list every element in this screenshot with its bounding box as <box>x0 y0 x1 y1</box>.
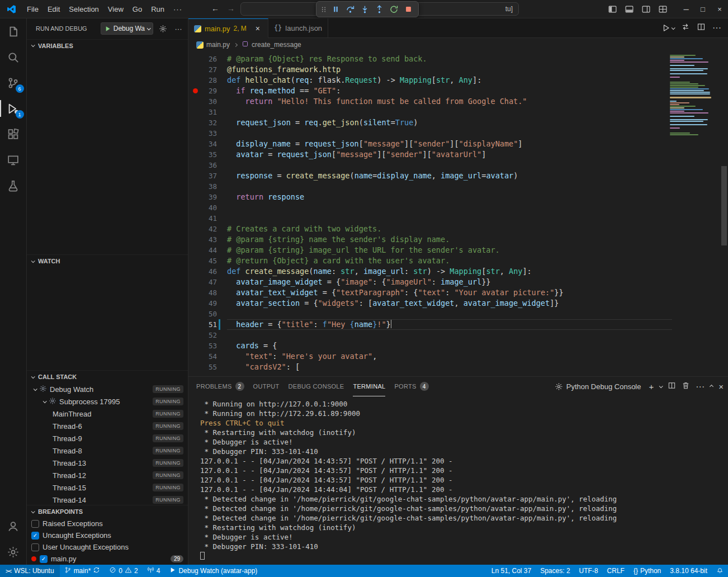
debug-settings-gear-icon[interactable] <box>157 22 169 35</box>
step-into-icon[interactable] <box>358 2 372 16</box>
pause-icon[interactable] <box>329 2 343 16</box>
callstack-item-Thread-8[interactable]: Thread-8RUNNING <box>27 444 188 457</box>
split-editor-icon[interactable] <box>697 22 706 34</box>
callstack-item-Debug-Watch[interactable]: Debug WatchRUNNING <box>27 383 188 395</box>
toggle-sidebar-left-icon[interactable] <box>605 2 620 17</box>
checkbox[interactable]: ✓ <box>31 532 39 540</box>
views-more-actions-icon[interactable]: ··· <box>172 22 185 35</box>
panel-tab-debug-console[interactable]: DEBUG CONSOLE <box>289 377 344 396</box>
code-line-31[interactable]: 31 <box>188 107 672 117</box>
restart-icon[interactable] <box>387 2 401 16</box>
code-line-35[interactable]: 35 avatar = request_json["message"]["sen… <box>188 149 672 160</box>
breakpoint-slot[interactable] <box>193 152 198 157</box>
code-line-50[interactable]: 50 <box>188 309 672 319</box>
breakpoint-slot[interactable] <box>193 237 198 242</box>
code-line-33[interactable]: 33 <box>188 128 672 139</box>
breakpoint-slot[interactable] <box>193 195 198 200</box>
panel-tab-ports[interactable]: PORTS4 <box>394 377 428 396</box>
breadcrumb-item-main.py[interactable]: main.py <box>196 41 230 49</box>
tab-close-icon[interactable]: × <box>253 24 262 33</box>
breakpoint-item-main-py[interactable]: ✓main.py29 <box>27 553 188 565</box>
extensions-icon[interactable] <box>0 121 27 147</box>
code-line-28[interactable]: 28def hello_chat(req: flask.Request) -> … <box>188 75 672 86</box>
kill-terminal-icon[interactable] <box>682 381 690 392</box>
breakpoint-slot[interactable] <box>193 365 198 370</box>
code-line-45[interactable]: 45# @return {Object} a card with the use… <box>188 256 672 266</box>
status-ports[interactable]: 4 <box>143 565 165 577</box>
code-line-44[interactable]: 44# @param {string} image_url the URL fo… <box>188 245 672 256</box>
editor-tab-launch-json[interactable]: {}launch.json <box>268 18 328 37</box>
breakpoint-slot[interactable] <box>193 56 198 62</box>
code-line-54[interactable]: 54 "text": "Here's your avatar", <box>188 351 672 362</box>
status-remote[interactable]: ><WSL: Ubuntu <box>0 565 60 577</box>
status-problems[interactable]: 02 <box>105 565 142 577</box>
code-line-42[interactable]: 42# Creates a card with two widgets. <box>188 224 672 234</box>
code-line-32[interactable]: 32 request_json = req.get_json(silent=Tr… <box>188 117 672 128</box>
testing-icon[interactable] <box>0 173 27 198</box>
breakpoint-slot[interactable] <box>193 343 198 348</box>
code-line-41[interactable]: 41 <box>188 213 672 224</box>
status-notifications[interactable] <box>712 565 728 577</box>
breakpoint-slot[interactable] <box>193 333 198 338</box>
status-eol[interactable]: CRLF <box>603 565 629 577</box>
callstack-item-Thread-9[interactable]: Thread-9RUNNING <box>27 432 188 444</box>
minimize-button[interactable]: ─ <box>678 0 694 18</box>
search-icon[interactable] <box>0 44 27 70</box>
compare-changes-icon[interactable] <box>681 22 690 34</box>
editor-scrollbar[interactable] <box>720 51 728 376</box>
maximize-button[interactable]: □ <box>694 0 711 18</box>
run-python-file-button[interactable] <box>661 23 674 32</box>
variables-header[interactable]: VARIABLES <box>27 40 188 52</box>
explorer-icon[interactable] <box>0 18 27 44</box>
breakpoint-slot[interactable] <box>193 301 198 306</box>
breakpoint-slot[interactable] <box>193 78 198 83</box>
code-line-26[interactable]: 26# @param {Object} res Response to send… <box>188 54 672 64</box>
breakpoint-dot[interactable] <box>193 88 198 93</box>
breakpoint-item-Uncaught-Exceptions[interactable]: ✓Uncaught Exceptions <box>27 529 188 541</box>
customize-layout-icon[interactable] <box>655 2 670 17</box>
terminal-output[interactable]: * Running on http://127.0.0.1:9000 * Run… <box>188 396 728 565</box>
breakpoint-slot[interactable] <box>193 216 198 221</box>
close-button[interactable]: × <box>711 0 728 18</box>
breakpoint-slot[interactable] <box>193 226 198 231</box>
menu-edit[interactable]: Edit <box>43 3 64 16</box>
callstack-item-Thread-13[interactable]: Thread-13RUNNING <box>27 457 188 469</box>
panel-tab-terminal[interactable]: TERMINAL <box>353 377 385 396</box>
code-line-29[interactable]: 29 if req.method == "GET": <box>188 86 672 96</box>
new-terminal-icon[interactable]: + <box>649 382 654 391</box>
run-and-debug-icon[interactable]: 1 <box>0 96 27 121</box>
toggle-sidebar-right-icon[interactable] <box>639 2 653 17</box>
breakpoint-item-User-Uncaught-Exceptions[interactable]: User Uncaught Exceptions <box>27 541 188 553</box>
go-forward-icon[interactable]: → <box>225 4 237 13</box>
breakpoint-slot[interactable] <box>193 120 198 125</box>
status-language[interactable]: {}Python <box>629 565 665 577</box>
code-line-55[interactable]: 55 "cardsV2": [ <box>188 362 672 372</box>
code-line-37[interactable]: 37 response = create_message(name=displa… <box>188 171 672 181</box>
stop-icon[interactable] <box>401 2 415 16</box>
code-line-48[interactable]: 48 avatar_text_widget = {"textParagraph"… <box>188 287 672 298</box>
close-panel-icon[interactable]: × <box>718 382 724 391</box>
breakpoint-slot[interactable] <box>193 131 198 136</box>
breakpoint-slot[interactable] <box>193 99 198 104</box>
menu-run[interactable]: Run <box>146 3 169 16</box>
breakpoint-slot[interactable] <box>193 248 198 253</box>
code-line-30[interactable]: 30 return "Hello! This function must be … <box>188 96 672 107</box>
code-line-39[interactable]: 39 return response <box>188 192 672 202</box>
status-indentation[interactable]: Spaces: 2 <box>536 565 574 577</box>
account-icon[interactable] <box>0 513 27 539</box>
settings-gear-icon[interactable] <box>0 539 27 565</box>
status-encoding[interactable]: UTF-8 <box>575 565 603 577</box>
editor-more-actions-icon[interactable]: ··· <box>712 23 721 33</box>
menubar-more-button[interactable]: ··· <box>169 3 187 16</box>
code-line-36[interactable]: 36 <box>188 160 672 171</box>
minimap[interactable] <box>670 55 713 136</box>
terminal-session[interactable]: Python Debug Console <box>555 382 641 391</box>
toggle-panel-icon[interactable] <box>622 2 636 17</box>
code-line-46[interactable]: 46def create_message(name: str, image_ur… <box>188 266 672 277</box>
step-out-icon[interactable] <box>372 2 386 16</box>
menu-selection[interactable]: Selection <box>64 3 103 16</box>
scrollbar-thumb[interactable] <box>721 166 727 245</box>
code-line-34[interactable]: 34 display_name = request_json["message"… <box>188 139 672 149</box>
source-control-icon[interactable]: 6 <box>0 70 27 96</box>
callstack-item-Thread-6[interactable]: Thread-6RUNNING <box>27 420 188 432</box>
